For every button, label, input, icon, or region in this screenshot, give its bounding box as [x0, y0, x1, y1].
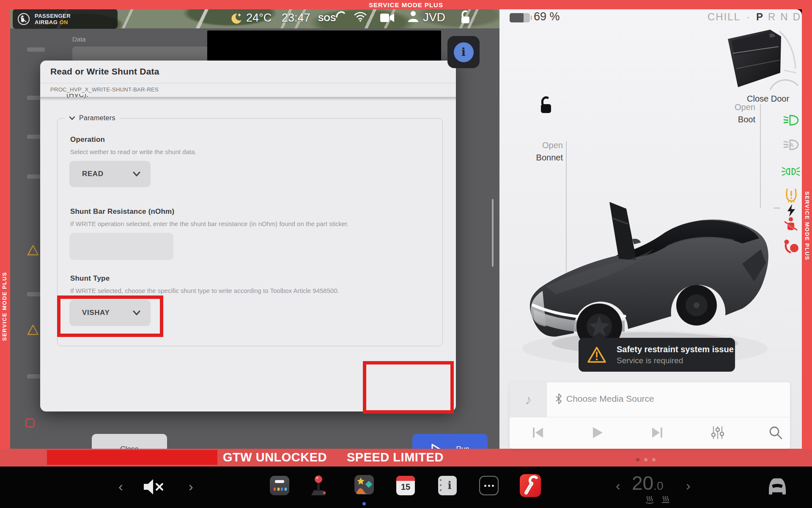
svg-text:A: A — [790, 142, 794, 148]
climate-temperature[interactable]: 20.0 — [632, 472, 664, 494]
contacts-glyph: i — [444, 479, 455, 491]
volume-muted-icon[interactable] — [143, 478, 165, 496]
resistance-label: Shunt Bar Resistance (nOhm) — [70, 207, 174, 216]
app-scrollbar[interactable] — [492, 199, 494, 267]
service-mode-strip-left: SERVICE MODE PLUS — [0, 9, 10, 450]
more-apps-icon[interactable] — [479, 476, 499, 495]
operation-value: READ — [82, 170, 104, 178]
chevron-down-icon — [69, 116, 75, 120]
service-mode-strip-left-text: SERVICE MODE PLUS — [1, 272, 8, 341]
outside-temperature: 24°C — [246, 11, 272, 25]
open-bonnet-word-open: Open — [521, 141, 563, 150]
gear-n: N — [780, 11, 788, 23]
contacts-app-icon[interactable]: i — [438, 476, 457, 495]
background-input-remnant — [72, 47, 218, 62]
operation-description: Select wether to read or write the shunt… — [70, 148, 197, 155]
page-dot[interactable] — [652, 458, 656, 461]
auto-headlight-icon: A — [782, 139, 799, 151]
climate-decimal: .0 — [653, 479, 663, 492]
battery-percent: 69 % — [534, 10, 560, 23]
chevron-right-icon[interactable]: › — [189, 480, 193, 493]
parameters-label: Parameters — [79, 114, 115, 122]
climate-increase-chevron[interactable]: › — [686, 479, 691, 492]
play-button[interactable] — [592, 426, 604, 439]
bluetooth-icon — [555, 393, 562, 404]
front-defrost-icon[interactable] — [645, 494, 655, 504]
sos-handset-icon — [336, 10, 345, 19]
operation-select[interactable]: READ — [69, 161, 151, 187]
climate-decrease-chevron[interactable]: ‹ — [616, 479, 620, 492]
rear-defrost-icon[interactable] — [661, 494, 671, 504]
open-bonnet-word-bonnet: Bonnet — [521, 153, 563, 163]
power-limit-bolt-icon — [787, 204, 796, 217]
dashcam-icon — [380, 13, 395, 23]
gear-separator: · — [746, 11, 750, 23]
vehicle-unlock-icon[interactable] — [537, 96, 553, 114]
battery-icon — [510, 13, 530, 22]
sidebar-remnant — [27, 47, 45, 52]
arcade-app-icon[interactable] — [307, 474, 330, 497]
skip-next-button[interactable] — [651, 426, 664, 439]
info-button[interactable]: i — [447, 36, 480, 68]
page-indicator — [636, 458, 656, 461]
annotation-box-run — [363, 361, 454, 414]
warning-triangle-icon — [27, 324, 39, 335]
gear-p: P — [756, 11, 763, 23]
tpms-warning-icon — [784, 188, 799, 203]
moon-icon — [230, 12, 242, 25]
page-dot-active[interactable] — [636, 458, 639, 461]
calendar-day: 15 — [396, 482, 415, 492]
speed-limited-text: SPEED LIMITED — [347, 450, 444, 464]
open-boot-button[interactable]: Open Boot — [714, 102, 755, 124]
media-artwork: ♪ — [510, 382, 547, 417]
unlock-status-icon[interactable] — [458, 10, 471, 25]
toast-title: Safety restraint system issue — [617, 345, 734, 354]
active-app-dot — [362, 502, 366, 505]
toast-subtitle: Service is required — [617, 356, 734, 365]
sos-label: SOS — [318, 14, 336, 23]
dialog-divider — [40, 83, 456, 83]
service-app-icon[interactable] — [520, 474, 541, 497]
resistance-description: If WRITE operation selected, enter the t… — [70, 220, 349, 227]
media-source-button[interactable]: Choose Media Source — [555, 393, 654, 404]
service-mode-banner-top: SERVICE MODE PLUS — [0, 0, 812, 9]
airbag-badge-line2: AIRBAG — [35, 19, 58, 25]
skip-previous-button[interactable] — [532, 426, 544, 439]
page-dot[interactable] — [644, 458, 647, 461]
calendar-app-icon[interactable]: 15 — [396, 476, 415, 495]
drive-mode-chill: CHILL — [708, 11, 741, 23]
driver-profile-name[interactable]: JVD — [423, 11, 445, 24]
gtw-unlocked-text: GTW UNLOCKED — [223, 450, 327, 464]
shunt-type-description: If WRITE selected, choose the specific s… — [70, 287, 339, 294]
search-button[interactable] — [768, 425, 783, 440]
operation-label: Operation — [70, 135, 105, 144]
app-launcher-icon[interactable] — [270, 476, 289, 495]
open-door-graphic — [716, 28, 800, 92]
parameters-legend[interactable]: Parameters — [65, 113, 120, 123]
wifi-icon — [354, 11, 367, 22]
airbag-status-icon — [17, 12, 30, 26]
background-data-label: Data — [72, 36, 86, 43]
chevron-left-icon[interactable]: ‹ — [118, 480, 123, 493]
media-player-card: ♪ Choose Media Source — [510, 382, 790, 449]
equalizer-settings-button[interactable] — [711, 425, 724, 440]
airbag-badge-state: ON — [59, 19, 68, 25]
service-mode-banner-text: SERVICE MODE PLUS — [369, 1, 443, 8]
clipped-scroll-text: (HVC). — [66, 94, 88, 100]
driver-profile-icon[interactable] — [407, 10, 420, 23]
open-boot-word-open: Open — [714, 102, 755, 112]
climate-value: 20 — [632, 472, 653, 494]
low-beam-icon — [782, 114, 799, 126]
warning-triangle-icon — [587, 346, 606, 364]
passenger-airbag-badge: PASSENGER AIRBAG ON — [13, 9, 118, 29]
annotation-box-shunt-type — [57, 295, 163, 337]
open-bonnet-button[interactable]: Open Bonnet — [521, 141, 563, 163]
resistance-input[interactable] — [69, 233, 173, 260]
vin-redaction-box — [47, 450, 217, 465]
vehicle-controls-icon[interactable] — [765, 474, 789, 497]
dialog-title: Read or Write Shunt Data — [50, 66, 159, 77]
redaction-black-box — [207, 30, 441, 64]
seatbelt-warning-icon — [784, 217, 798, 232]
airbag-warning-icon — [783, 239, 799, 253]
theater-app-icon[interactable] — [354, 475, 374, 494]
